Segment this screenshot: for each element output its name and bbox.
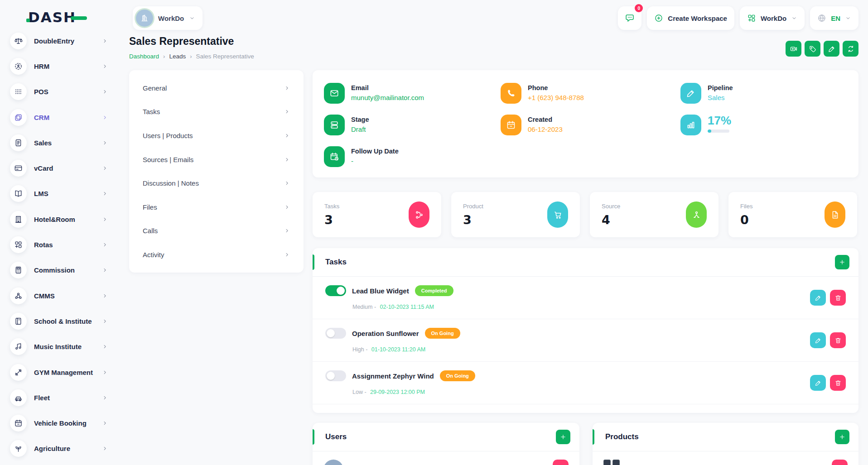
remove-user-button[interactable] (553, 460, 569, 465)
add-task-button[interactable] (835, 255, 849, 269)
breadcrumb-leads[interactable]: Leads (169, 53, 186, 60)
sprout-icon (10, 440, 27, 457)
chevron-down-icon (791, 15, 797, 21)
pencil-icon (815, 337, 822, 344)
delete-task-button[interactable] (830, 375, 846, 391)
language-selector[interactable]: EN (810, 6, 858, 30)
create-workspace-button[interactable]: Create Workspace (647, 6, 734, 30)
sidebar-item-label: Sales (34, 139, 52, 147)
sidebar-item-rotas[interactable]: Rotas (0, 232, 119, 257)
plus-circle-icon (654, 14, 663, 23)
edit-task-button[interactable] (810, 375, 826, 391)
detail-label: Email (351, 83, 424, 91)
workspace-switcher[interactable]: WorkDo (740, 6, 805, 30)
menu-item-discussion-notes[interactable]: Discussion | Notes (129, 171, 304, 195)
menu-item-calls[interactable]: Calls (129, 219, 304, 243)
calendar-clock-icon (324, 146, 345, 167)
chevron-right-icon (102, 446, 108, 451)
pencil-icon (815, 294, 822, 302)
menu-item-label: Tasks (143, 108, 160, 115)
follow-up-value: - (351, 157, 399, 165)
delete-task-button[interactable] (830, 290, 846, 306)
logo-text: DASH (28, 9, 76, 25)
convert-lead-button[interactable] (843, 41, 858, 57)
dots-grid-icon (10, 83, 27, 100)
breadcrumb-current: Sales Representative (196, 53, 254, 60)
sidebar-item-pos[interactable]: POS (0, 79, 119, 105)
sidebar-item-vcard[interactable]: vCard (0, 155, 119, 181)
pencil-icon (828, 45, 836, 53)
plus-icon (839, 433, 846, 441)
edit-task-button[interactable] (810, 332, 826, 348)
remove-product-button[interactable] (832, 460, 848, 465)
menu-item-sources-emails[interactable]: Sources | Emails (129, 148, 304, 172)
task-toggle[interactable] (325, 370, 346, 381)
label-button[interactable] (805, 41, 820, 57)
menu-item-users-products[interactable]: Users | Products (129, 124, 304, 148)
app-logo[interactable]: DASH (28, 9, 87, 25)
messages-button[interactable]: 0 (618, 6, 641, 30)
sidebar-item-music[interactable]: Music Institute (0, 334, 119, 360)
menu-item-activity[interactable]: Activity (129, 243, 304, 267)
sidebar-item-fleet[interactable]: Fleet (0, 385, 119, 410)
sidebar-item-agriculture[interactable]: Agriculture (0, 436, 119, 461)
plus-icon (559, 433, 567, 441)
pencil-icon (815, 379, 822, 387)
sidebar-item-sales[interactable]: Sales (0, 130, 119, 155)
users-header: Users (313, 423, 579, 451)
calendar-icon (501, 115, 521, 135)
sidebar-item-crm[interactable]: CRM (0, 105, 119, 130)
sidebar-item-gym[interactable]: GYM Management (0, 360, 119, 385)
task-priority: Low - (352, 389, 366, 395)
add-product-button[interactable] (835, 430, 849, 444)
menu-item-general[interactable]: General (129, 76, 304, 100)
chevron-right-icon (102, 242, 108, 248)
sidebar-item-vehicle-booking[interactable]: Vehicle Booking (0, 410, 119, 436)
lead-action-buttons (786, 41, 858, 57)
chevron-down-icon (845, 15, 851, 21)
email-value[interactable]: munuty@mailinator.com (351, 94, 424, 101)
product-row (593, 451, 858, 465)
sidebar-item-label: Agriculture (34, 445, 70, 452)
sidebar-item-label: Fleet (34, 394, 50, 402)
task-toggle[interactable] (325, 285, 346, 296)
chevron-right-icon (102, 344, 108, 350)
add-user-button[interactable] (556, 430, 570, 444)
stage-value: Draft (351, 125, 369, 133)
grid-plus-icon (747, 14, 756, 23)
menu-item-files[interactable]: Files (129, 195, 304, 219)
breadcrumb-dashboard[interactable]: Dashboard (129, 53, 159, 60)
sidebar-item-doubleentry[interactable]: DoubleEntry (0, 28, 119, 53)
sidebar-item-label: Music Institute (34, 343, 82, 350)
sidebar-item-hotelroom[interactable]: Hotel&Room (0, 206, 119, 232)
sidebar-item-hrm[interactable]: HRM (0, 53, 119, 79)
delete-task-button[interactable] (830, 332, 846, 348)
sidebar-item-school[interactable]: School & Institute (0, 308, 119, 334)
task-status-badge: Completed (415, 285, 453, 296)
sidebar-item-cmms[interactable]: CMMS (0, 283, 119, 308)
edit-lead-button[interactable] (824, 41, 839, 57)
sidebar-item-label: CRM (34, 114, 49, 121)
workspace-switcher-label: WorkDo (761, 14, 786, 22)
phone-value[interactable]: +1 (623) 948-8788 (528, 94, 584, 101)
detail-label: Created (528, 115, 563, 123)
tag-icon (809, 45, 817, 53)
menu-item-tasks[interactable]: Tasks (129, 100, 304, 124)
sidebar-item-label: vCard (34, 164, 53, 172)
sidebar-item-lms[interactable]: LMS (0, 181, 119, 206)
detail-label: Pipeline (708, 83, 733, 91)
detail-label: Follow Up Date (351, 146, 399, 155)
building-icon (10, 211, 27, 228)
task-toggle[interactable] (325, 328, 346, 339)
topbar-right: 0 Create Workspace WorkDo EN (618, 6, 858, 30)
progress-bar (708, 129, 729, 133)
workspace-chip[interactable]: WorkDo (133, 6, 203, 30)
meeting-button[interactable] (786, 41, 801, 57)
sidebar-item-commission[interactable]: Commission (0, 258, 119, 283)
calendar-icon (10, 415, 27, 431)
chevron-right-icon (102, 115, 108, 120)
edit-task-button[interactable] (810, 290, 826, 306)
chevron-right-icon (102, 369, 108, 375)
users-title: Users (325, 432, 347, 441)
chevron-right-icon (284, 109, 290, 115)
